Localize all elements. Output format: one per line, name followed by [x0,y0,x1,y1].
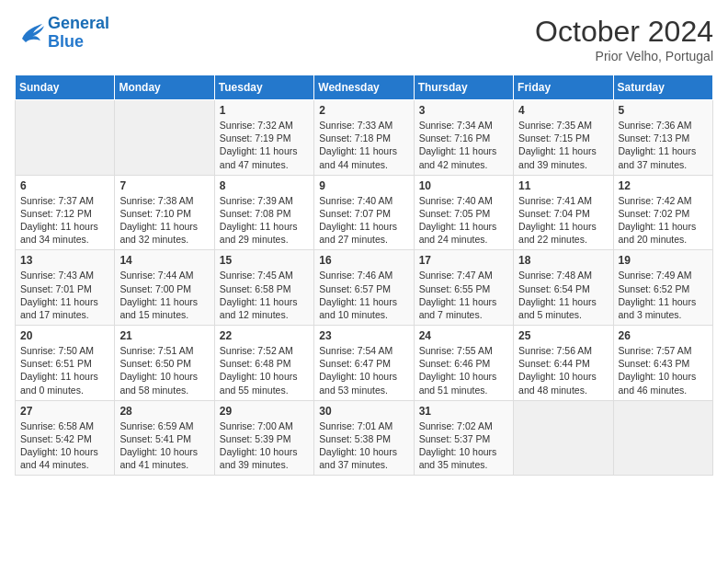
day-info: Sunrise: 7:51 AM Sunset: 6:50 PM Dayligh… [119,344,209,396]
logo: General Blue [15,15,109,52]
calendar-week-1: 1Sunrise: 7:32 AM Sunset: 7:19 PM Daylig… [16,100,713,176]
day-number: 8 [220,179,309,192]
day-info: Sunrise: 7:35 AM Sunset: 7:15 PM Dayligh… [518,119,608,171]
calendar-cell [115,100,214,176]
calendar-cell: 6Sunrise: 7:37 AM Sunset: 7:12 PM Daylig… [16,175,115,250]
calendar-cell: 28Sunrise: 6:59 AM Sunset: 5:41 PM Dayli… [115,400,214,476]
day-info: Sunrise: 7:48 AM Sunset: 6:54 PM Dayligh… [518,269,608,321]
day-number: 12 [619,179,708,192]
calendar-cell: 19Sunrise: 7:49 AM Sunset: 6:52 PM Dayli… [613,250,712,326]
calendar-cell: 29Sunrise: 7:00 AM Sunset: 5:39 PM Dayli… [214,400,313,476]
day-number: 19 [619,254,708,267]
day-number: 6 [20,179,109,192]
location: Prior Velho, Portugal [535,49,713,63]
column-header-sunday: Sunday [16,75,115,100]
logo-text: General Blue [48,15,109,52]
calendar-cell [514,400,613,476]
day-info: Sunrise: 7:46 AM Sunset: 6:57 PM Dayligh… [319,269,408,321]
calendar-cell: 18Sunrise: 7:48 AM Sunset: 6:54 PM Dayli… [514,250,613,326]
calendar-cell: 7Sunrise: 7:38 AM Sunset: 7:10 PM Daylig… [115,175,214,250]
column-header-monday: Monday [115,75,214,100]
day-number: 30 [319,405,408,418]
day-number: 31 [419,405,508,418]
day-info: Sunrise: 6:59 AM Sunset: 5:41 PM Dayligh… [119,419,209,472]
day-number: 9 [319,179,408,192]
calendar-cell: 30Sunrise: 7:01 AM Sunset: 5:38 PM Dayli… [314,400,414,476]
day-number: 10 [419,179,508,192]
calendar-cell: 15Sunrise: 7:45 AM Sunset: 6:58 PM Dayli… [214,250,313,326]
column-header-wednesday: Wednesday [314,75,414,100]
calendar-cell: 17Sunrise: 7:47 AM Sunset: 6:55 PM Dayli… [414,250,513,326]
day-info: Sunrise: 7:39 AM Sunset: 7:08 PM Dayligh… [220,194,309,247]
calendar-week-4: 20Sunrise: 7:50 AM Sunset: 6:51 PM Dayli… [16,326,713,401]
calendar-cell: 1Sunrise: 7:32 AM Sunset: 7:19 PM Daylig… [214,100,313,176]
day-number: 5 [619,104,708,117]
calendar-cell: 23Sunrise: 7:54 AM Sunset: 6:47 PM Dayli… [314,326,414,401]
day-info: Sunrise: 7:57 AM Sunset: 6:43 PM Dayligh… [619,344,708,396]
calendar-cell: 24Sunrise: 7:55 AM Sunset: 6:46 PM Dayli… [414,326,513,401]
calendar-cell: 8Sunrise: 7:39 AM Sunset: 7:08 PM Daylig… [214,175,313,250]
day-info: Sunrise: 7:37 AM Sunset: 7:12 PM Dayligh… [20,194,109,247]
day-number: 25 [518,329,608,342]
calendar-cell: 22Sunrise: 7:52 AM Sunset: 6:48 PM Dayli… [214,326,313,401]
column-header-friday: Friday [514,75,613,100]
day-number: 24 [419,329,508,342]
calendar-header-row: SundayMondayTuesdayWednesdayThursdayFrid… [16,75,713,100]
day-info: Sunrise: 7:41 AM Sunset: 7:04 PM Dayligh… [518,194,608,247]
column-header-tuesday: Tuesday [214,75,313,100]
calendar-cell: 4Sunrise: 7:35 AM Sunset: 7:15 PM Daylig… [514,100,613,176]
day-number: 20 [20,329,109,342]
day-info: Sunrise: 7:45 AM Sunset: 6:58 PM Dayligh… [220,269,309,321]
day-info: Sunrise: 7:49 AM Sunset: 6:52 PM Dayligh… [619,269,708,321]
day-info: Sunrise: 7:40 AM Sunset: 7:07 PM Dayligh… [319,194,408,247]
calendar-cell: 14Sunrise: 7:44 AM Sunset: 7:00 PM Dayli… [115,250,214,326]
day-info: Sunrise: 7:40 AM Sunset: 7:05 PM Dayligh… [419,194,508,247]
day-info: Sunrise: 7:43 AM Sunset: 7:01 PM Dayligh… [20,269,109,321]
column-header-saturday: Saturday [613,75,712,100]
day-info: Sunrise: 7:56 AM Sunset: 6:44 PM Dayligh… [518,344,608,396]
calendar-cell: 16Sunrise: 7:46 AM Sunset: 6:57 PM Dayli… [314,250,414,326]
calendar-cell: 12Sunrise: 7:42 AM Sunset: 7:02 PM Dayli… [613,175,712,250]
day-number: 1 [220,104,309,117]
calendar-cell: 9Sunrise: 7:40 AM Sunset: 7:07 PM Daylig… [314,175,414,250]
logo-icon [15,20,44,46]
day-info: Sunrise: 7:54 AM Sunset: 6:47 PM Dayligh… [319,344,408,396]
day-number: 3 [419,104,508,117]
day-number: 23 [319,329,408,342]
day-number: 14 [119,254,209,267]
day-number: 2 [319,104,408,117]
day-number: 11 [518,179,608,192]
day-number: 16 [319,254,408,267]
day-number: 21 [119,329,209,342]
day-number: 4 [518,104,608,117]
calendar-week-2: 6Sunrise: 7:37 AM Sunset: 7:12 PM Daylig… [16,175,713,250]
day-info: Sunrise: 7:00 AM Sunset: 5:39 PM Dayligh… [220,419,309,472]
day-info: Sunrise: 7:47 AM Sunset: 6:55 PM Dayligh… [419,269,508,321]
day-number: 15 [220,254,309,267]
day-number: 26 [619,329,708,342]
calendar-cell: 25Sunrise: 7:56 AM Sunset: 6:44 PM Dayli… [514,326,613,401]
day-number: 28 [119,405,209,418]
day-number: 18 [518,254,608,267]
day-info: Sunrise: 7:34 AM Sunset: 7:16 PM Dayligh… [419,119,508,171]
day-info: Sunrise: 7:33 AM Sunset: 7:18 PM Dayligh… [319,119,408,171]
day-info: Sunrise: 7:44 AM Sunset: 7:00 PM Dayligh… [119,269,209,321]
calendar-cell [16,100,115,176]
day-info: Sunrise: 7:38 AM Sunset: 7:10 PM Dayligh… [119,194,209,247]
day-number: 22 [220,329,309,342]
calendar-cell: 26Sunrise: 7:57 AM Sunset: 6:43 PM Dayli… [613,326,712,401]
calendar-week-3: 13Sunrise: 7:43 AM Sunset: 7:01 PM Dayli… [16,250,713,326]
day-number: 13 [20,254,109,267]
day-info: Sunrise: 7:42 AM Sunset: 7:02 PM Dayligh… [619,194,708,247]
calendar-cell: 27Sunrise: 6:58 AM Sunset: 5:42 PM Dayli… [16,400,115,476]
title-block: October 2024 Prior Velho, Portugal [535,15,713,63]
day-info: Sunrise: 7:01 AM Sunset: 5:38 PM Dayligh… [319,419,408,472]
page-header: General Blue October 2024 Prior Velho, P… [15,15,713,63]
day-info: Sunrise: 7:36 AM Sunset: 7:13 PM Dayligh… [619,119,708,171]
day-info: Sunrise: 7:02 AM Sunset: 5:37 PM Dayligh… [419,419,508,472]
calendar-table: SundayMondayTuesdayWednesdayThursdayFrid… [15,75,713,476]
column-header-thursday: Thursday [414,75,513,100]
day-info: Sunrise: 6:58 AM Sunset: 5:42 PM Dayligh… [20,419,109,472]
calendar-cell: 21Sunrise: 7:51 AM Sunset: 6:50 PM Dayli… [115,326,214,401]
calendar-cell: 11Sunrise: 7:41 AM Sunset: 7:04 PM Dayli… [514,175,613,250]
